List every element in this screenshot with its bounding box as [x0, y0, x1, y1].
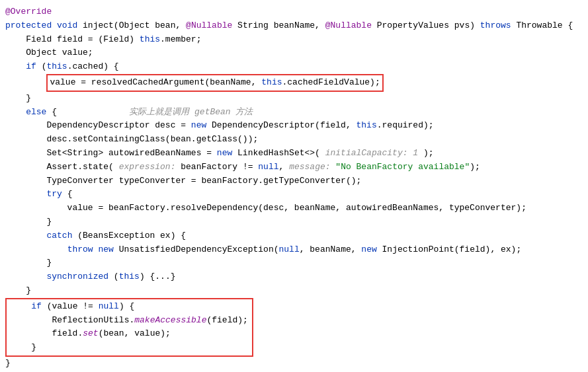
line-close-else: }: [5, 285, 31, 295]
line-close-try: }: [5, 217, 52, 227]
line-set-bean-names: Set<String> autowiredBeanNames = new Lin…: [5, 148, 434, 158]
line-assert: Assert.state( expression: beanFactory !=…: [5, 162, 480, 172]
line-else: else { 实际上就是调用 getBean 方法: [5, 107, 253, 117]
line-throw: throw new UnsatisfiedDependencyException…: [5, 244, 521, 254]
line-type-conv: TypeConverter typeConverter = beanFactor…: [5, 176, 361, 186]
line-set-class: desc.setContainingClass(bean.getClass())…: [5, 134, 258, 144]
annotation-line: @Override: [5, 7, 52, 17]
code-container: @Override protected void inject(Object b…: [5, 5, 588, 371]
line-sync: synchronized (this) {...}: [5, 272, 175, 281]
highlighted-line-row: value = resolvedCachedArgument(beanName,…: [5, 77, 384, 87]
line-catch: catch (BeansException ex) {: [5, 231, 186, 241]
line-close-catch: }: [5, 258, 52, 268]
line-field: Field field = (Field) this.member;: [5, 34, 201, 44]
method-sig-line: protected void inject(Object bean, @Null…: [5, 20, 573, 30]
line-try: try {: [5, 189, 72, 199]
line-close-method: }: [5, 358, 11, 368]
line-if-cached: if (this.cached) {: [5, 61, 119, 71]
line-dep-desc: DependencyDescriptor desc = new Dependen…: [5, 120, 434, 130]
line-close-if: }: [5, 93, 31, 103]
highlighted-block: if (value != null) { ReflectionUtils.mak…: [5, 342, 253, 352]
line-resolve-dep: value = beanFactory.resolveDependency(de…: [5, 203, 526, 213]
line-value: Object value;: [5, 48, 93, 57]
